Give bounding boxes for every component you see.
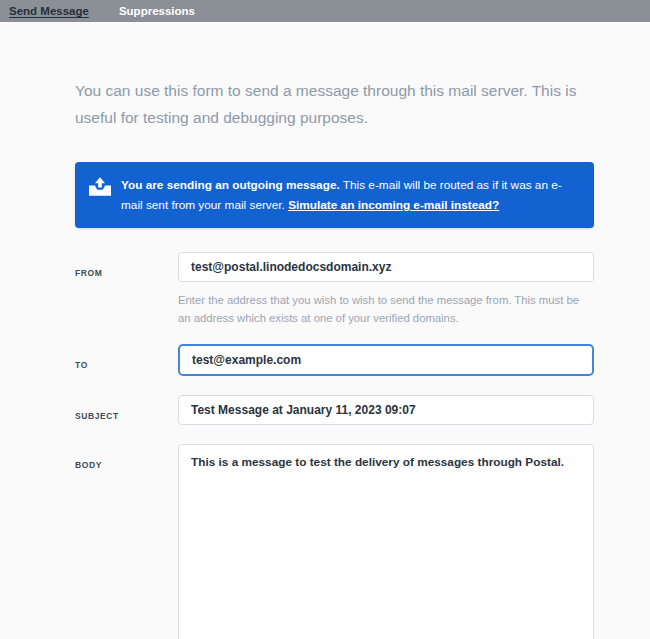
to-label: TO — [75, 360, 88, 370]
body-row: BODY This is a message to test the deliv… — [75, 444, 594, 639]
from-help-text: Enter the address that you wish to wish … — [178, 291, 580, 327]
body-textarea[interactable]: This is a message to test the delivery o… — [178, 444, 594, 639]
to-row: TO — [75, 344, 594, 376]
from-label: FROM — [75, 268, 102, 278]
tab-suppressions[interactable]: Suppressions — [119, 0, 195, 22]
subject-row: SUBJECT — [75, 395, 594, 425]
body-label: BODY — [75, 460, 102, 470]
simulate-incoming-link[interactable]: Simulate an incoming e-mail instead? — [288, 198, 499, 212]
outgoing-message-banner: You are sending an outgoing message. Thi… — [75, 162, 594, 228]
from-input[interactable] — [178, 252, 594, 282]
intro-text: You can use this form to send a message … — [75, 77, 597, 131]
tab-send-message[interactable]: Send Message — [9, 0, 89, 22]
send-message-form: FROM Enter the address that you wish to … — [75, 252, 594, 639]
tab-bar: Send Message Suppressions — [0, 0, 650, 22]
to-input[interactable] — [178, 344, 594, 376]
banner-text: You are sending an outgoing message. Thi… — [121, 175, 578, 215]
from-row: FROM Enter the address that you wish to … — [75, 252, 594, 327]
subject-input[interactable] — [178, 395, 594, 425]
banner-bold-text: You are sending an outgoing message. — [121, 178, 340, 192]
main-content: You can use this form to send a message … — [0, 77, 650, 639]
outbox-icon — [89, 177, 111, 196]
subject-label: SUBJECT — [75, 411, 119, 421]
